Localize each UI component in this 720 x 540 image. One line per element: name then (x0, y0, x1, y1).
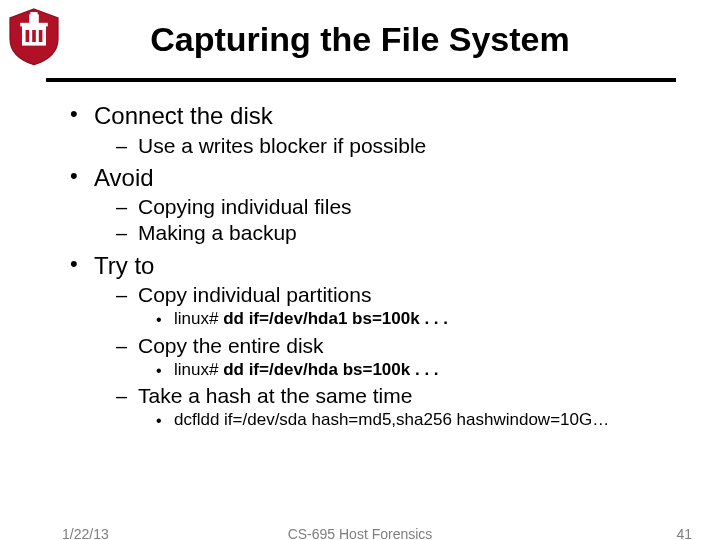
footer-page-number: 41 (676, 526, 692, 540)
list-item: –Take a hash at the same time •dcfldd if… (116, 384, 680, 433)
bullet-text: Try to (94, 252, 154, 280)
command-prompt: linux# (174, 360, 223, 379)
list-item: •Connect the disk –Use a writes blocker … (70, 102, 680, 158)
bullet-text: Copy individual partitions (138, 283, 371, 307)
slide-title: Capturing the File System (0, 20, 720, 59)
list-item: •dcfldd if=/dev/sda hash=md5,sha256 hash… (156, 410, 680, 432)
bullet-text: Take a hash at the same time (138, 384, 412, 408)
command-text: dcfldd if=/dev/sda hash=md5,sha256 hashw… (174, 410, 609, 432)
list-item: –Copy the entire disk •linux# dd if=/dev… (116, 334, 680, 383)
bullet-dot-icon: • (70, 164, 94, 192)
command-text: linux# dd if=/dev/hda bs=100k . . . (174, 360, 439, 382)
list-item: –Copy individual partitions •linux# dd i… (116, 283, 680, 332)
list-item: –Use a writes blocker if possible (116, 134, 680, 158)
bullet-dot-icon: • (156, 360, 174, 382)
list-item: •linux# dd if=/dev/hda bs=100k . . . (156, 360, 680, 382)
list-item: –Copying individual files (116, 195, 680, 219)
bullet-list: •Connect the disk –Use a writes blocker … (70, 102, 680, 433)
bullet-dash-icon: – (116, 334, 138, 358)
bullet-text: Copying individual files (138, 195, 352, 219)
footer-title: CS-695 Host Forensics (0, 526, 720, 540)
bullet-dash-icon: – (116, 221, 138, 245)
command-prompt: linux# (174, 309, 223, 328)
bullet-dot-icon: • (156, 309, 174, 331)
list-item: •Avoid –Copying individual files –Making… (70, 164, 680, 246)
list-item: •linux# dd if=/dev/hda1 bs=100k . . . (156, 309, 680, 331)
command-body: dd if=/dev/hda bs=100k . . . (223, 360, 438, 379)
bullet-text: Copy the entire disk (138, 334, 324, 358)
bullet-text: Making a backup (138, 221, 297, 245)
content-area: •Connect the disk –Use a writes blocker … (70, 96, 680, 433)
bullet-text: Use a writes blocker if possible (138, 134, 426, 158)
title-underline (46, 78, 676, 82)
command-text: linux# dd if=/dev/hda1 bs=100k . . . (174, 309, 448, 331)
bullet-dot-icon: • (70, 102, 94, 130)
slide: Capturing the File System •Connect the d… (0, 0, 720, 540)
bullet-dash-icon: – (116, 384, 138, 408)
bullet-dash-icon: – (116, 134, 138, 158)
bullet-text: Connect the disk (94, 102, 273, 130)
bullet-dot-icon: • (156, 410, 174, 432)
command-body: dd if=/dev/hda1 bs=100k . . . (223, 309, 448, 328)
bullet-text: Avoid (94, 164, 154, 192)
svg-rect-6 (30, 12, 37, 16)
bullet-dash-icon: – (116, 283, 138, 307)
bullet-dot-icon: • (70, 252, 94, 280)
bullet-dash-icon: – (116, 195, 138, 219)
list-item: •Try to –Copy individual partitions •lin… (70, 252, 680, 433)
list-item: –Making a backup (116, 221, 680, 245)
